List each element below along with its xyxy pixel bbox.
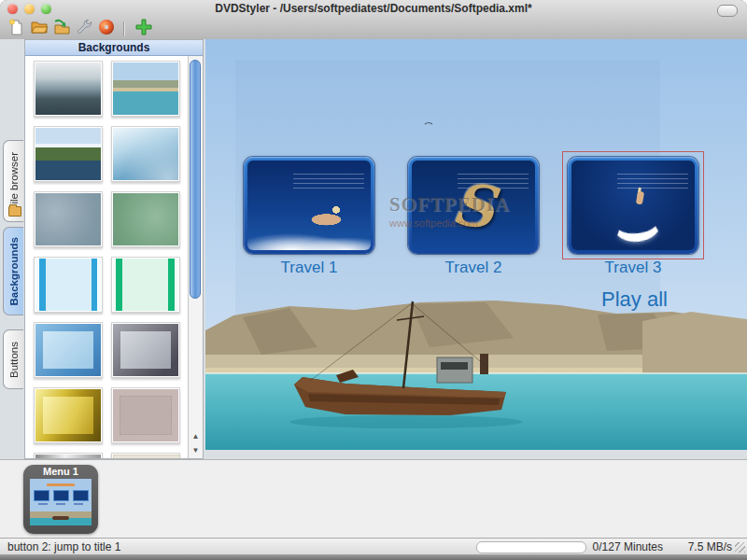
- new-file-icon: [7, 18, 26, 40]
- backgrounds-panel-header: Backgrounds: [25, 40, 203, 56]
- status-bar: button 2: jump to title 1 0/127 Minutes …: [0, 538, 747, 554]
- zoom-window-button[interactable]: [41, 4, 51, 14]
- menu-button-label: Travel 3: [568, 259, 698, 277]
- background-thumbnail-pink-speckle[interactable]: [111, 387, 180, 443]
- background-art: [113, 193, 178, 245]
- add-file-icon: [134, 18, 153, 40]
- background-art: [113, 63, 178, 115]
- scrollbar-thumb[interactable]: [190, 60, 201, 299]
- background-art: [35, 259, 101, 311]
- play-all-button[interactable]: Play all: [601, 287, 668, 312]
- open-folder-icon: [30, 18, 49, 40]
- sidebar-tab-label: File browser: [8, 152, 20, 211]
- background-thumbnail-green-bars[interactable]: [111, 257, 180, 313]
- folder-icon: [8, 206, 21, 217]
- capacity-progress-bar: [476, 541, 586, 553]
- button-video-thumbnail: [247, 161, 371, 250]
- save-icon: [52, 18, 71, 40]
- background-art: [35, 324, 101, 376]
- backgrounds-panel: Backgrounds ▲ ▼: [24, 39, 204, 459]
- background-art: [113, 128, 178, 180]
- background-art: [113, 455, 180, 458]
- close-window-button[interactable]: [7, 4, 18, 14]
- menu-button-slot: Travel 2: [408, 157, 539, 277]
- background-art: [35, 389, 101, 441]
- toolbar-separator: [123, 21, 124, 36]
- burn-icon: [97, 18, 116, 40]
- button-video-thumbnail: [412, 161, 535, 250]
- menu-button-slot: Travel 3: [568, 157, 698, 277]
- menu-thumbnail-card[interactable]: Menu 1: [23, 465, 98, 534]
- sidebar-tab-label: Buttons: [8, 342, 20, 378]
- menu-button-travel-3[interactable]: [568, 157, 698, 254]
- resize-grip[interactable]: [735, 542, 745, 553]
- menus-strip: Menu 1: [0, 459, 747, 538]
- menu-button-travel-2[interactable]: [408, 157, 539, 254]
- window-title: DVDStyler - /Users/softpediatest/Documen…: [0, 0, 747, 18]
- backgrounds-grid: [25, 56, 198, 458]
- menu-button-label: Travel 2: [408, 259, 539, 277]
- background-art: [35, 128, 101, 180]
- settings-button[interactable]: [73, 19, 95, 39]
- menu-thumbnail-preview: [30, 479, 92, 525]
- titlebar[interactable]: DVDStyler - /Users/softpediatest/Documen…: [0, 0, 747, 18]
- save-button[interactable]: [50, 19, 73, 39]
- background-thumbnail-coast-bay[interactable]: [111, 61, 180, 117]
- scroll-down-button[interactable]: ▼: [189, 443, 203, 457]
- backgrounds-scrollbar[interactable]: ▲ ▼: [188, 56, 203, 458]
- menu-button-travel-1[interactable]: [244, 157, 374, 254]
- background-thumbnail-cyan-bars[interactable]: [34, 257, 103, 313]
- background-thumbnail-pale-speckle[interactable]: [111, 453, 180, 458]
- menu-editor-canvas[interactable]: Travel 1Travel 2Travel 3 Play all SOFTPE…: [205, 39, 747, 450]
- video-static-overlay: [617, 174, 689, 189]
- dvdstyler-window: DVDStyler - /Users/softpediatest/Documen…: [0, 0, 747, 560]
- burn-button[interactable]: [95, 19, 118, 39]
- new-project-button[interactable]: [6, 19, 28, 39]
- toolbar-toggle-button[interactable]: [717, 5, 738, 17]
- background-art: [35, 455, 101, 458]
- menu-thumbnail-label: Menu 1: [23, 465, 98, 479]
- background-thumbnail-gold-frame[interactable]: [34, 387, 103, 443]
- video-static-overlay: [458, 174, 529, 189]
- background-thumbnail-silver-bar[interactable]: [34, 453, 103, 458]
- add-file-button[interactable]: [133, 19, 155, 39]
- toolbar: [0, 18, 155, 39]
- background-thumbnail-silver-frame[interactable]: [111, 322, 180, 378]
- sidebar-tab-label: Backgrounds: [8, 237, 20, 306]
- window-chrome: DVDStyler - /Users/softpediatest/Documen…: [0, 0, 747, 40]
- sidebar-tab-backgrounds[interactable]: Backgrounds: [3, 227, 23, 315]
- minimize-window-button[interactable]: [24, 4, 35, 14]
- video-static-overlay: [293, 174, 365, 189]
- sidebar-tab-file-browser[interactable]: File browser: [3, 140, 23, 222]
- bitrate-indicator: 7.5 MB/s: [688, 540, 732, 553]
- background-art: [113, 389, 178, 441]
- background-thumbnail-coast-town[interactable]: [34, 61, 103, 117]
- minutes-indicator: 0/127 Minutes: [593, 540, 663, 553]
- window-bottom-edge: [0, 554, 747, 560]
- background-thumbnail-gray-clouds[interactable]: [34, 191, 103, 247]
- main-area: File browser Backgrounds Buttons Backgro…: [0, 39, 747, 459]
- menu-button-slot: Travel 1: [244, 157, 374, 277]
- background-art: [113, 324, 178, 376]
- background-thumbnail-blue-frame[interactable]: [34, 322, 103, 378]
- background-art: [35, 193, 101, 245]
- sidebar-tab-buttons[interactable]: Buttons: [3, 329, 23, 389]
- status-message: button 2: jump to title 1: [7, 540, 120, 553]
- background-art: [35, 63, 101, 115]
- button-video-thumbnail: [571, 161, 695, 250]
- background-art: [113, 259, 178, 311]
- wrench-icon: [75, 18, 93, 40]
- menu-button-label: Travel 1: [244, 259, 374, 277]
- background-thumbnail-lake-forest[interactable]: [34, 126, 103, 182]
- open-button[interactable]: [28, 19, 50, 39]
- background-thumbnail-green-texture[interactable]: [111, 191, 180, 247]
- scroll-up-button[interactable]: ▲: [189, 429, 203, 443]
- background-thumbnail-blue-rays[interactable]: [111, 126, 180, 182]
